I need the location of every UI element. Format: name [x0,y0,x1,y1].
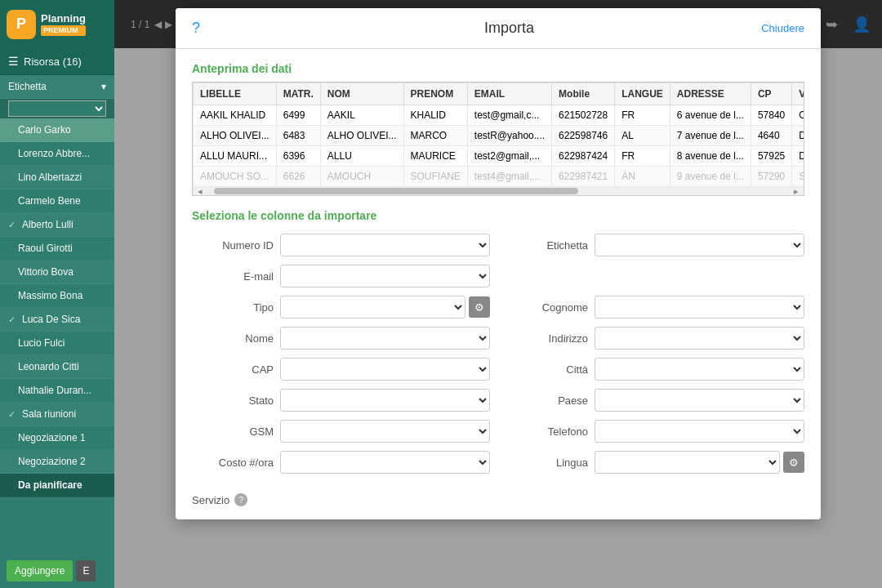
sidebar-items-list: Etichetta ▾ Carlo Garko Lorenzo Abbre...… [0,75,114,554]
telefono-select[interactable] [595,420,804,443]
help-circle-icon[interactable]: ? [192,20,200,36]
sidebar-item-lorenzo[interactable]: Lorenzo Abbre... [0,142,114,166]
col-libelle: LIBELLE [194,83,277,105]
field-indirizzo: Indirizzo [506,327,804,350]
sidebar-item-luca[interactable]: Luca De Sica [0,308,114,332]
sidebar-risorsa[interactable]: ☰ Risorsa (16) [0,48,114,75]
modal-body: Anteprima dei dati LIBELLE MATR. NOM PRE… [176,49,821,519]
cognome-select[interactable] [595,296,804,318]
tipo-select[interactable] [280,296,466,318]
preview-label: Anteprima dei dati [192,62,804,75]
table-row: ALLU MAURI... 6396 ALLU MAURICE test2@gm… [194,146,805,167]
sidebar-bottom: Aggiungere E [0,554,114,588]
field-tipo: Tipo ⚙ [192,296,490,318]
table-row: ALHO OLIVEI... 6483 ALHO OLIVEI... MARCO… [194,126,805,146]
sidebar-item-negoz2[interactable]: Negoziazione 2 [0,450,114,474]
table-row: AAKIL KHALID 6499 AAKIL KHALID test@gmai… [194,105,805,126]
hamburger-icon[interactable]: ☰ [8,55,19,68]
sidebar-item-lino[interactable]: Lino Albertazzi [0,166,114,189]
sidebar-item-etichetta[interactable]: Etichetta ▾ [0,75,114,99]
col-ville: V ILLE [792,83,804,105]
cap-select[interactable] [280,358,490,381]
col-adresse: ADRESSE [670,83,751,105]
sidebar: P Planning PREMIUM ☰ Risorsa (16) Etiche… [0,0,114,588]
field-paese: Paese [506,389,804,412]
col-matr: MATR. [276,83,320,105]
field-numero-id: Numero ID [192,234,490,256]
costo-select[interactable] [280,451,490,474]
sidebar-item-carmelo[interactable]: Carmelo Bene [0,189,114,213]
lingua-select[interactable] [595,451,780,474]
modal-header: ? Importa Chiudere [176,8,821,49]
sidebar-header: P Planning PREMIUM [0,0,114,48]
sidebar-item-massimo[interactable]: Massimo Bona [0,284,114,308]
app-title: Planning PREMIUM [41,12,86,35]
field-etichetta: Etichetta [506,234,804,256]
preview-table: LIBELLE MATR. NOM PRENOM EMAIL Mobile LA… [193,82,804,187]
sidebar-item-negoz1[interactable]: Negoziazione 1 [0,426,114,450]
col-email: EMAIL [467,83,551,105]
col-nom: NOM [320,83,403,105]
col-langue: LANGUE [615,83,670,105]
right-fields: Etichetta Cognome [506,234,804,482]
field-empty [506,265,804,287]
modal-title: Importa [257,20,761,37]
col-mobile: Mobile [552,83,615,105]
horizontal-scrollbar[interactable]: ◂ ▸ [193,187,804,195]
sidebar-item-leonardo[interactable]: Leonardo Citti [0,355,114,379]
indirizzo-select[interactable] [595,327,804,350]
email-select[interactable] [280,265,490,287]
sidebar-item-nathalie[interactable]: Nathalie Duran... [0,379,114,403]
col-cp: CP [751,83,791,105]
app-logo: P [7,10,36,39]
gsm-select[interactable] [280,420,490,443]
sidebar-item-alberto[interactable]: Alberto Lulli [0,213,114,237]
etichetta-select[interactable] [595,234,804,256]
aggiungere-button[interactable]: Aggiungere [7,560,73,581]
modal-overlay: ? Importa Chiudere Anteprima dei dati LI… [114,0,882,588]
servizio-row: Servizio ? [192,493,804,506]
etichetta-dropdown[interactable] [8,100,106,117]
field-cap: CAP [192,358,490,381]
close-button[interactable]: Chiudere [761,22,804,34]
risorsa-label: Risorsa (16) [24,56,82,68]
left-fields: Numero ID E-mail [192,234,490,482]
citta-select[interactable] [595,358,804,381]
scroll-left-arrow[interactable]: ◂ [194,186,206,197]
stato-select[interactable] [280,389,490,412]
fields-grid: Numero ID E-mail [192,234,804,482]
field-cognome: Cognome [506,296,804,318]
field-email: E-mail [192,265,490,287]
numero-id-select[interactable] [280,234,490,256]
preview-table-wrapper: LIBELLE MATR. NOM PRENOM EMAIL Mobile LA… [192,82,804,196]
servizio-help-icon[interactable]: ? [234,493,247,506]
extra-button[interactable]: E [76,560,96,581]
table-row: AMOUCH SO... 6626 AMOUCH SOUFIANE test4@… [194,167,805,187]
field-nome: Nome [192,327,490,350]
sidebar-item-carlo[interactable]: Carlo Garko [0,118,114,142]
field-lingua: Lingua ⚙ [506,451,804,474]
servizio-label: Servizio [192,494,229,506]
field-citta: Città [506,358,804,381]
field-costo: Costo #/ora [192,451,490,474]
nome-select[interactable] [280,327,490,350]
field-gsm: GSM [192,420,490,443]
sidebar-item-sala[interactable]: Sala riunioni [0,403,114,426]
logo-char: P [16,16,26,33]
main-area: 1 / 1 ◀ ▶ ▶| 20 ☰ ⚙ ➥ 👤 ? Importa Chiude… [114,0,882,588]
tipo-gear-button[interactable]: ⚙ [469,296,490,318]
paese-select[interactable] [595,389,804,412]
field-telefono: Telefono [506,420,804,443]
scroll-thumb[interactable] [214,188,578,194]
field-stato: Stato [192,389,490,412]
import-modal: ? Importa Chiudere Anteprima dei dati LI… [176,8,821,519]
columns-section-label: Seleziona le colonne da importare [192,209,804,222]
sidebar-item-vittorio[interactable]: Vittorio Bova [0,261,114,284]
sidebar-item-lucio[interactable]: Lucio Fulci [0,332,114,355]
col-prenom: PRENOM [403,83,467,105]
lingua-gear-button[interactable]: ⚙ [783,452,804,473]
scroll-right-arrow[interactable]: ▸ [791,186,802,197]
sidebar-item-raoul[interactable]: Raoul Girotti [0,237,114,261]
table-header-row: LIBELLE MATR. NOM PRENOM EMAIL Mobile LA… [194,83,805,105]
sidebar-item-da-pianificare[interactable]: Da pianificare [0,474,114,497]
